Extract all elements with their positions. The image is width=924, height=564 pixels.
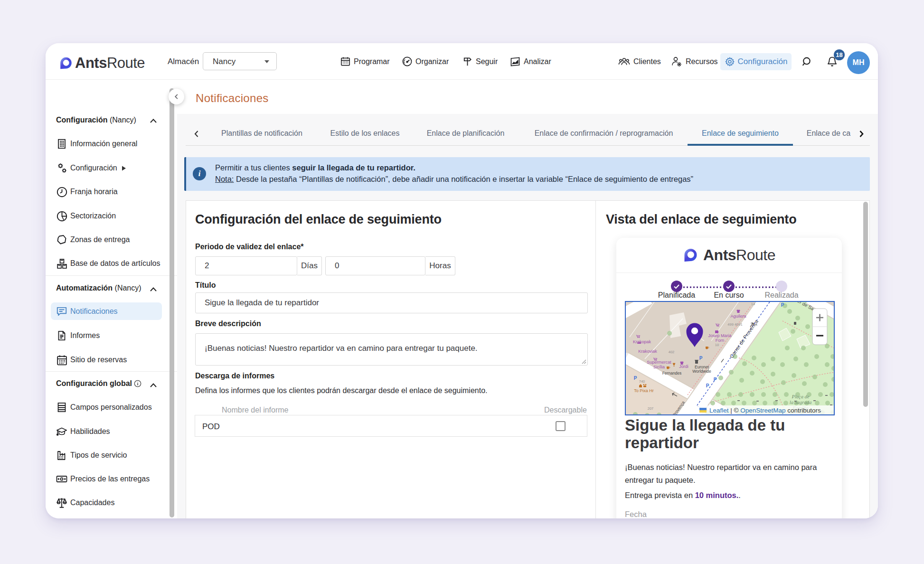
svg-text:P: P	[714, 377, 717, 382]
svg-text:Fernandes: Fernandes	[662, 371, 682, 376]
svg-text:P: P	[699, 356, 703, 361]
svg-text:740: 740	[639, 379, 645, 384]
svg-text:207: 207	[648, 406, 654, 411]
svg-text:Jordi: Jordi	[679, 364, 688, 369]
svg-text:Krakopak: Krakopak	[633, 339, 651, 344]
svg-text:To Pixa Hr: To Pixa Hr	[634, 388, 654, 393]
svg-text:Worldwide: Worldwide	[692, 369, 711, 374]
svg-text:Leaflet | © OpenStreetMap cont: Leaflet | © OpenStreetMap contributors	[709, 407, 821, 414]
svg-text:10: 10	[715, 343, 719, 347]
svg-text:P: P	[706, 383, 709, 388]
svg-text:P: P	[781, 302, 784, 308]
svg-text:la Sagrada: la Sagrada	[790, 400, 811, 405]
svg-text:Sicília: Sicília	[653, 365, 665, 369]
svg-text:402: 402	[669, 350, 675, 354]
svg-text:Forn: Forn	[716, 338, 725, 343]
svg-text:14: 14	[751, 302, 755, 306]
svg-text:Krakoviak: Krakoviak	[638, 349, 657, 354]
svg-text:Supermercat: Supermercat	[647, 360, 671, 365]
svg-text:Aguilera: Aguilera	[730, 314, 746, 319]
svg-text:499 4091: 499 4091	[727, 322, 742, 327]
svg-text:P: P	[634, 376, 637, 381]
svg-text:Plaça de: Plaça de	[791, 394, 809, 399]
svg-text:Josep Maria: Josep Maria	[708, 333, 731, 338]
